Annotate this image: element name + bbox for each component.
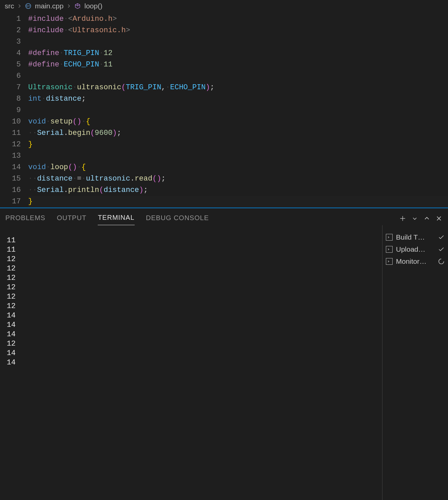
- task-label: Upload…: [396, 245, 435, 253]
- panel-body: 1111121212121212141414121414 Build T…Upl…: [0, 225, 448, 500]
- terminal-line: 12: [7, 283, 375, 292]
- terminal-line: 12: [7, 264, 375, 273]
- line-number: 16: [0, 185, 21, 196]
- panel-tab-problems[interactable]: PROBLEMS: [5, 212, 45, 225]
- terminal-line: 14: [7, 311, 375, 320]
- line-number: 14: [0, 162, 21, 173]
- breadcrumb-symbol[interactable]: loop(): [84, 2, 102, 10]
- line-number-gutter: 1234567891011121314151617: [0, 13, 28, 207]
- terminal-line: 14: [7, 330, 375, 339]
- code-line[interactable]: ··distance·=·ultrasonic.read();: [28, 173, 448, 185]
- symbol-method-icon: [74, 3, 81, 9]
- terminal-line: 14: [7, 349, 375, 358]
- breadcrumb: src C+ main.cpp loop(): [0, 0, 448, 12]
- line-number: 15: [0, 173, 21, 185]
- spinner-icon: [438, 258, 445, 265]
- code-line[interactable]: int·distance;: [28, 93, 448, 105]
- maximize-panel-icon[interactable]: [423, 215, 431, 222]
- line-number: 6: [0, 70, 21, 82]
- terminal-task-icon: [386, 258, 393, 265]
- code-line[interactable]: void·setup()·{: [28, 116, 448, 128]
- check-icon: [438, 246, 445, 253]
- breadcrumb-file[interactable]: main.cpp: [35, 2, 63, 10]
- terminal-dropdown-icon[interactable]: [411, 215, 418, 222]
- line-number: 17: [0, 196, 21, 207]
- code-line[interactable]: }: [28, 196, 448, 207]
- line-number: 12: [0, 139, 21, 150]
- code-line[interactable]: void·loop()·{: [28, 162, 448, 173]
- terminal-line: 12: [7, 302, 375, 311]
- code-line[interactable]: ··Serial.println(distance);: [28, 185, 448, 196]
- code-area[interactable]: #include·<Arduino.h>#include·<Ultrasonic…: [28, 13, 448, 207]
- breadcrumb-folder[interactable]: src: [5, 2, 14, 10]
- terminal-task-icon: [386, 246, 393, 253]
- terminal-line: 11: [7, 236, 375, 245]
- line-number: 10: [0, 116, 21, 128]
- check-icon: [438, 234, 445, 241]
- code-line[interactable]: #include·<Ultrasonic.h>: [28, 25, 448, 36]
- terminal-output[interactable]: 1111121212121212141414121414: [0, 225, 382, 500]
- terminal-task-icon: [386, 234, 393, 241]
- bottom-panel: PROBLEMSOUTPUTTERMINALDEBUG CONSOLE 1111…: [0, 208, 448, 500]
- code-line[interactable]: ··Serial.begin(9600);: [28, 128, 448, 139]
- line-number: 4: [0, 48, 21, 59]
- terminal-task-list: Build T…Upload…Monitor…: [382, 225, 448, 500]
- chevron-right-icon: [17, 4, 21, 8]
- panel-tab-debug[interactable]: DEBUG CONSOLE: [146, 212, 209, 225]
- task-label: Build T…: [396, 233, 435, 241]
- terminal-line: 12: [7, 292, 375, 302]
- new-terminal-icon[interactable]: [399, 215, 406, 222]
- chevron-right-icon: [67, 4, 71, 8]
- line-number: 1: [0, 13, 21, 25]
- panel-tab-terminal[interactable]: TERMINAL: [98, 212, 134, 225]
- code-line[interactable]: [28, 105, 448, 116]
- cpp-file-icon: C+: [25, 3, 32, 9]
- close-panel-icon[interactable]: [435, 215, 443, 222]
- svg-text:C+: C+: [27, 4, 30, 8]
- task-monitor-[interactable]: Monitor…: [386, 255, 445, 267]
- line-number: 5: [0, 59, 21, 70]
- line-number: 2: [0, 25, 21, 36]
- code-line[interactable]: }: [28, 139, 448, 150]
- terminal-line: 12: [7, 255, 375, 264]
- task-build-t-[interactable]: Build T…: [386, 231, 445, 243]
- terminal-line: 14: [7, 358, 375, 367]
- code-line[interactable]: [28, 150, 448, 162]
- panel-actions: [399, 215, 443, 222]
- line-number: 3: [0, 36, 21, 48]
- terminal-line: 11: [7, 245, 375, 255]
- task-label: Monitor…: [396, 257, 435, 265]
- line-number: 11: [0, 128, 21, 139]
- line-number: 13: [0, 150, 21, 162]
- line-number: 8: [0, 93, 21, 105]
- code-editor[interactable]: 1234567891011121314151617 #include·<Ardu…: [0, 12, 448, 207]
- task-upload-[interactable]: Upload…: [386, 243, 445, 255]
- terminal-line: 14: [7, 320, 375, 330]
- terminal-line: 12: [7, 273, 375, 283]
- line-number: 7: [0, 82, 21, 93]
- panel-tabs: PROBLEMSOUTPUTTERMINALDEBUG CONSOLE: [0, 208, 448, 225]
- panel-tab-output[interactable]: OUTPUT: [57, 212, 86, 225]
- code-line[interactable]: [28, 70, 448, 82]
- line-number: 9: [0, 105, 21, 116]
- code-line[interactable]: #define·TRIG_PIN·12: [28, 48, 448, 59]
- terminal-line: 12: [7, 339, 375, 349]
- code-line[interactable]: #define·ECHO_PIN·11: [28, 59, 448, 70]
- code-line[interactable]: #include·<Arduino.h>: [28, 13, 448, 25]
- code-line[interactable]: Ultrasonic·ultrasonic(TRIG_PIN,·ECHO_PIN…: [28, 82, 448, 93]
- code-line[interactable]: [28, 36, 448, 48]
